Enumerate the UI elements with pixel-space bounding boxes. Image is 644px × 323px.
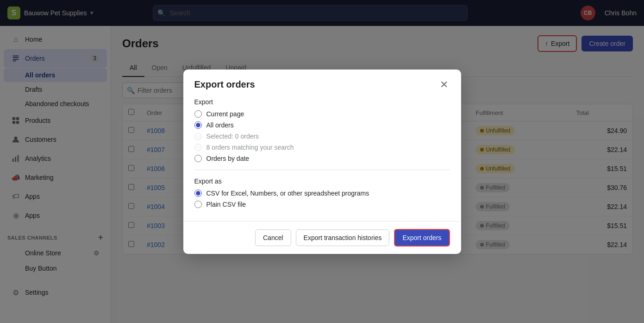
export-option-current-page[interactable]: Current page — [194, 110, 450, 118]
by-date-label: Orders by date — [206, 155, 250, 162]
modal-divider — [194, 170, 450, 170]
export-orders-modal: Export orders ✕ Export Current page All … — [183, 70, 461, 254]
export-orders-button[interactable]: Export orders — [394, 229, 450, 247]
matching-label: 8 orders matching your search — [206, 144, 294, 151]
plain-csv-radio[interactable] — [194, 201, 202, 208]
export-as-plain-csv[interactable]: Plain CSV file — [194, 201, 450, 208]
modal-body: Export Current page All orders Selected:… — [183, 98, 461, 221]
plain-csv-label: Plain CSV file — [206, 201, 246, 208]
export-transaction-histories-button[interactable]: Export transaction histories — [296, 229, 390, 246]
modal-overlay: Export orders ✕ Export Current page All … — [0, 0, 644, 323]
selected-radio — [194, 133, 202, 140]
all-orders-label: All orders — [206, 121, 234, 129]
export-option-matching: 8 orders matching your search — [194, 144, 450, 151]
all-orders-radio[interactable] — [194, 121, 202, 129]
selected-label: Selected: 0 orders — [206, 133, 259, 140]
matching-radio — [194, 144, 202, 151]
export-option-selected: Selected: 0 orders — [194, 133, 450, 140]
modal-close-button[interactable]: ✕ — [438, 79, 450, 91]
csv-excel-label: CSV for Excel, Numbers, or other spreads… — [206, 190, 369, 197]
modal-header: Export orders ✕ — [183, 70, 461, 98]
current-page-label: Current page — [206, 110, 244, 118]
export-section-label: Export — [194, 98, 450, 106]
modal-footer: Cancel Export transaction histories Expo… — [183, 221, 461, 254]
export-option-by-date[interactable]: Orders by date — [194, 155, 450, 162]
export-as-section-label: Export as — [194, 177, 450, 185]
by-date-radio[interactable] — [194, 155, 202, 162]
cancel-button[interactable]: Cancel — [255, 229, 291, 246]
export-as-csv-excel[interactable]: CSV for Excel, Numbers, or other spreads… — [194, 190, 450, 197]
modal-title: Export orders — [194, 79, 255, 90]
current-page-radio[interactable] — [194, 110, 202, 118]
export-option-all-orders[interactable]: All orders — [194, 121, 450, 129]
csv-excel-radio[interactable] — [194, 190, 202, 197]
